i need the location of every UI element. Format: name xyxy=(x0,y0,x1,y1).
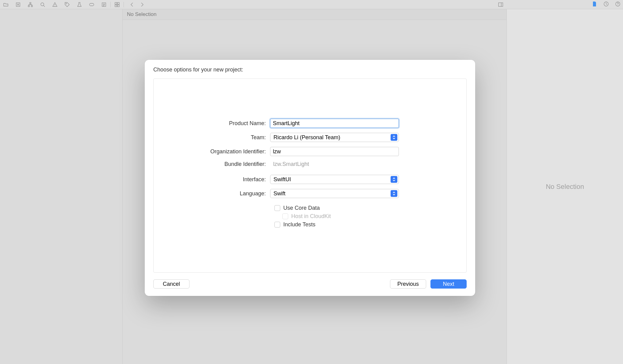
modal-title: Choose options for your new project: xyxy=(153,67,467,73)
svg-rect-2 xyxy=(28,6,29,7)
host-cloudkit-checkbox xyxy=(282,213,288,219)
top-toolbar xyxy=(0,0,623,9)
cancel-button[interactable]: Cancel xyxy=(153,279,189,289)
interface-value: SwiftUI xyxy=(273,176,391,183)
svg-point-5 xyxy=(66,3,67,4)
folder-icon[interactable] xyxy=(3,2,9,7)
interface-popup[interactable]: SwiftUI xyxy=(270,175,399,184)
use-core-data-checkbox[interactable] xyxy=(274,205,280,211)
language-value: Swift xyxy=(273,190,391,197)
language-popup[interactable]: Swift xyxy=(270,189,399,198)
svg-rect-3 xyxy=(31,6,32,7)
forward-icon[interactable] xyxy=(139,2,145,7)
popup-arrows-icon xyxy=(391,190,397,197)
sidebar-toggle-icon[interactable] xyxy=(498,2,503,7)
interface-label: Interface: xyxy=(172,176,270,183)
hierarchy-icon[interactable] xyxy=(28,2,33,7)
modal-form: Product Name: Team: Ricardo Li (Personal… xyxy=(153,79,467,273)
inspector-no-selection: No Selection xyxy=(546,183,584,191)
document-icon[interactable] xyxy=(592,1,597,8)
host-cloudkit-label: Host in CloudKit xyxy=(291,213,331,220)
svg-rect-12 xyxy=(499,3,503,6)
version-icon[interactable] xyxy=(15,2,21,7)
search-icon[interactable] xyxy=(40,2,45,7)
team-value: Ricardo Li (Personal Team) xyxy=(273,134,391,141)
navigator-panel xyxy=(0,9,123,364)
svg-point-4 xyxy=(41,3,44,6)
svg-rect-9 xyxy=(117,2,119,4)
team-label: Team: xyxy=(172,134,270,141)
language-label: Language: xyxy=(172,190,270,197)
popup-arrows-icon xyxy=(391,176,397,183)
product-name-label: Product Name: xyxy=(172,120,270,127)
include-tests-label: Include Tests xyxy=(283,221,315,228)
editor-header: No Selection xyxy=(123,9,506,20)
popup-arrows-icon xyxy=(391,134,397,141)
product-name-input[interactable] xyxy=(270,119,399,128)
svg-rect-10 xyxy=(115,5,117,7)
svg-rect-11 xyxy=(117,5,119,7)
report-icon[interactable] xyxy=(101,2,107,7)
svg-rect-1 xyxy=(30,2,31,4)
org-id-input[interactable] xyxy=(270,147,399,156)
history-icon[interactable] xyxy=(603,1,609,8)
test-icon[interactable] xyxy=(77,2,82,7)
use-core-data-label: Use Core Data xyxy=(283,205,320,211)
previous-button[interactable]: Previous xyxy=(390,279,426,289)
svg-rect-8 xyxy=(115,2,117,4)
include-tests-checkbox[interactable] xyxy=(274,222,280,228)
breakpoint-icon[interactable] xyxy=(89,2,94,7)
new-project-options-dialog: Choose options for your new project: Pro… xyxy=(145,60,475,296)
team-popup[interactable]: Ricardo Li (Personal Team) xyxy=(270,133,399,142)
inspector-toolbar xyxy=(592,0,621,9)
tag-icon[interactable] xyxy=(64,2,70,7)
bundle-id-label: Bundle Identifier: xyxy=(172,161,270,167)
bundle-id-value: lzw.SmartLight xyxy=(270,161,399,167)
next-button[interactable]: Next xyxy=(430,279,467,289)
org-id-label: Organization Identifier: xyxy=(172,148,270,155)
svg-rect-6 xyxy=(90,3,94,6)
back-icon[interactable] xyxy=(129,2,135,7)
inspector-panel: No Selection xyxy=(506,9,623,364)
warning-icon[interactable] xyxy=(52,2,58,7)
editor-header-label: No Selection xyxy=(127,11,156,17)
related-icon[interactable] xyxy=(114,2,120,7)
modal-footer: Cancel Previous Next xyxy=(153,279,467,289)
help-icon[interactable] xyxy=(615,1,621,8)
